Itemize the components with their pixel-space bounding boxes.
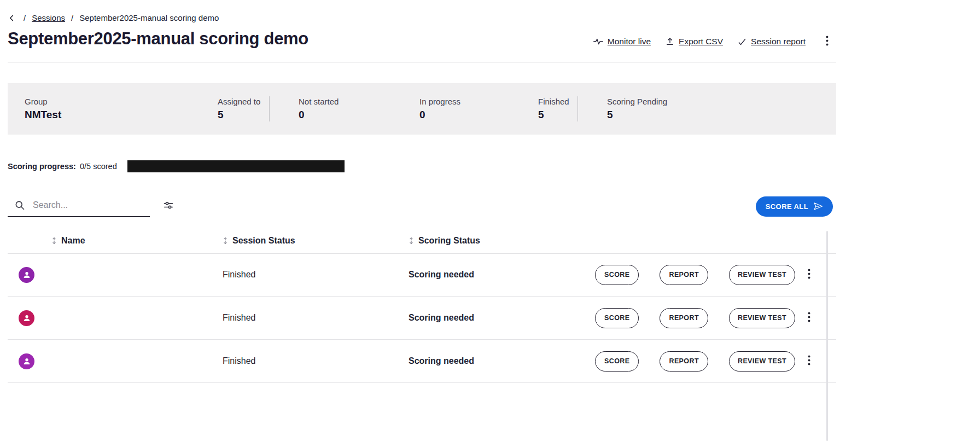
stats-divider	[269, 96, 270, 121]
monitor-live-link[interactable]: Monitor live	[593, 37, 651, 47]
breadcrumb: / Sessions / September2025-manual scorin…	[8, 0, 836, 22]
row-kebab-menu[interactable]	[803, 310, 815, 326]
scoring-progress-bar	[127, 160, 345, 172]
export-csv-link[interactable]: Export CSV	[666, 37, 723, 47]
column-header-session-status[interactable]: Session Status	[223, 236, 409, 246]
title-divider	[8, 62, 836, 62]
chevron-left-icon	[8, 14, 16, 22]
scoring-progress-row: Scoring progress: 0/5 scored	[8, 160, 836, 172]
scoring-progress-value: 0/5 scored	[80, 162, 127, 171]
column-header-scoring-status[interactable]: Scoring Status	[409, 236, 595, 246]
stat-group: Group NMTest	[25, 97, 218, 121]
session-report-link[interactable]: Session report	[738, 37, 806, 47]
export-icon	[666, 37, 674, 46]
sort-icon	[51, 236, 57, 245]
breadcrumb-sessions-link[interactable]: Sessions	[32, 13, 65, 22]
stats-divider	[578, 96, 578, 121]
row-kebab-menu[interactable]	[803, 353, 815, 369]
score-button[interactable]: SCORE	[595, 351, 639, 372]
cell-session-status: Finished	[223, 313, 409, 323]
report-button[interactable]: REPORT	[660, 351, 708, 372]
report-button[interactable]: REPORT	[660, 265, 708, 285]
kebab-icon	[826, 36, 829, 46]
breadcrumb-current: September2025-manual scoring demo	[79, 13, 219, 22]
cell-session-status: Finished	[223, 356, 409, 366]
back-button[interactable]	[8, 14, 16, 22]
stat-in-progress: In progress 0	[419, 97, 538, 121]
page-title: September2025-manual scoring demo	[8, 29, 308, 49]
sessions-table: Name Session Status Scoring Status	[8, 228, 836, 383]
sort-icon	[223, 236, 228, 245]
stats-bar: Group NMTest Assigned to 5 Not started 0…	[8, 83, 836, 135]
review-test-button[interactable]: REVIEW TEST	[729, 265, 795, 285]
monitor-live-icon	[593, 38, 603, 45]
avatar	[19, 310, 34, 326]
table-row: Finished Scoring needed SCORE REPORT REV…	[8, 253, 836, 297]
cell-session-status: Finished	[223, 270, 409, 280]
stat-assigned-to: Assigned to 5	[218, 97, 269, 121]
header-actions: Monitor live Export CSV Session report	[593, 33, 833, 50]
column-header-name[interactable]: Name	[51, 236, 223, 246]
report-button[interactable]: REPORT	[660, 308, 708, 328]
row-actions: SCORE REPORT REVIEW TEST	[595, 351, 803, 372]
kebab-icon	[808, 355, 810, 365]
stat-not-started: Not started 0	[299, 97, 419, 121]
header-kebab-menu[interactable]	[821, 33, 833, 50]
search-box	[8, 195, 150, 217]
stat-finished: Finished 5	[538, 97, 578, 121]
send-icon	[813, 201, 823, 211]
breadcrumb-separator: /	[71, 13, 73, 22]
cell-scoring-status: Scoring needed	[409, 356, 595, 366]
filter-sliders-icon	[163, 200, 174, 211]
review-test-button[interactable]: REVIEW TEST	[729, 351, 795, 372]
table-row: Finished Scoring needed SCORE REPORT REV…	[8, 297, 836, 340]
kebab-icon	[808, 312, 810, 322]
kebab-icon	[808, 269, 810, 279]
cell-scoring-status: Scoring needed	[409, 313, 595, 323]
score-all-button[interactable]: SCORE ALL	[756, 196, 833, 217]
review-test-button[interactable]: REVIEW TEST	[729, 308, 795, 328]
person-icon	[22, 314, 31, 322]
search-icon	[14, 200, 25, 211]
avatar	[19, 267, 34, 283]
avatar	[19, 353, 34, 369]
breadcrumb-separator: /	[24, 13, 26, 22]
sort-icon	[409, 236, 414, 245]
score-button[interactable]: SCORE	[595, 308, 639, 328]
report-check-icon	[738, 38, 746, 46]
cell-scoring-status: Scoring needed	[409, 270, 595, 280]
filter-button[interactable]	[161, 198, 176, 215]
score-button[interactable]: SCORE	[595, 265, 639, 285]
title-row: September2025-manual scoring demo Monito…	[8, 29, 836, 50]
row-actions: SCORE REPORT REVIEW TEST	[595, 265, 803, 285]
search-input[interactable]	[32, 200, 150, 211]
row-actions: SCORE REPORT REVIEW TEST	[595, 308, 803, 328]
scoring-progress-label: Scoring progress:	[8, 162, 80, 171]
row-kebab-menu[interactable]	[803, 266, 815, 283]
vertical-scrollbar[interactable]	[826, 231, 828, 441]
stat-scoring-pending: Scoring Pending 5	[607, 97, 667, 121]
person-icon	[22, 270, 31, 279]
search-row: SCORE ALL	[8, 195, 836, 217]
table-header: Name Session Status Scoring Status	[8, 228, 836, 253]
person-icon	[22, 357, 31, 365]
session-detail-page: / Sessions / September2025-manual scorin…	[0, 0, 980, 441]
table-row: Finished Scoring needed SCORE REPORT REV…	[8, 340, 836, 383]
